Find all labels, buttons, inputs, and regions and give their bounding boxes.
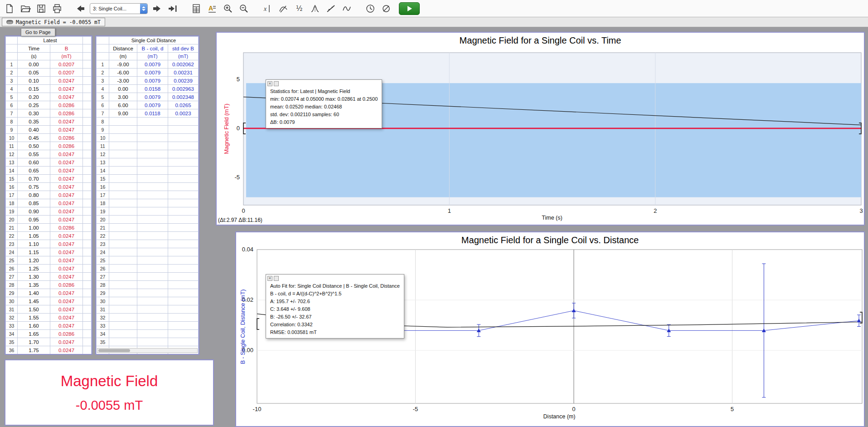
b-cell[interactable]: 0.0247 <box>50 346 83 354</box>
horizontal-scrollbar[interactable] <box>97 348 198 353</box>
stddev-cell[interactable]: 0.002963 <box>168 85 199 93</box>
b-cell[interactable]: 0.0247 <box>50 305 83 314</box>
bcoil-cell[interactable] <box>137 199 168 207</box>
time-cell[interactable]: 0.40 <box>18 126 50 134</box>
distance-cell[interactable] <box>109 305 137 314</box>
time-cell[interactable]: 0.60 <box>18 158 50 167</box>
stddev-cell[interactable] <box>168 265 199 273</box>
stddev-cell[interactable]: 0.0023 <box>168 109 199 118</box>
distance-cell[interactable] <box>109 232 137 240</box>
close-icon[interactable]: × <box>267 276 272 281</box>
bcoil-cell[interactable] <box>137 126 168 134</box>
b-cell[interactable]: 0.0247 <box>50 167 83 175</box>
distance-cell[interactable] <box>109 142 137 150</box>
stddev-cell[interactable] <box>168 150 199 158</box>
time-chart-canvas[interactable]: 012350-5 <box>217 33 864 225</box>
b-cell[interactable]: 0.0247 <box>50 183 83 191</box>
distance-cell[interactable] <box>109 289 137 297</box>
sensor-readout[interactable]: Magnetic Field = -0.0055 mT <box>2 18 105 26</box>
time-cell[interactable]: 0.35 <box>18 118 50 126</box>
save-icon[interactable] <box>34 2 48 15</box>
bcoil-cell[interactable] <box>137 265 168 273</box>
distance-cell[interactable] <box>109 207 137 216</box>
time-cell[interactable]: 1.30 <box>18 273 50 281</box>
stddev-cell[interactable] <box>168 126 199 134</box>
stddev-cell[interactable] <box>168 322 199 330</box>
auto-fit-box[interactable]: × Auto Fit for: Single Coil Distance | B… <box>266 274 404 339</box>
stddev-cell[interactable] <box>168 118 199 126</box>
b-cell[interactable]: 0.0247 <box>50 199 83 207</box>
bcoil-cell[interactable] <box>137 183 168 191</box>
b-cell[interactable]: 0.0247 <box>50 191 83 199</box>
time-cell[interactable]: 1.15 <box>18 248 50 256</box>
distance-cell[interactable] <box>109 134 137 142</box>
bcoil-cell[interactable] <box>137 191 168 199</box>
time-cell[interactable]: 0.45 <box>18 134 50 142</box>
time-cell[interactable]: 1.10 <box>18 240 50 248</box>
bcoil-cell[interactable]: 0.0079 <box>137 69 168 77</box>
bcoil-cell[interactable] <box>137 248 168 256</box>
stddev-cell[interactable] <box>168 305 199 314</box>
b-cell[interactable]: 0.0247 <box>50 85 83 93</box>
statistics-icon[interactable] <box>308 2 322 15</box>
distance-cell[interactable] <box>109 297 137 305</box>
stddev-cell[interactable] <box>168 207 199 216</box>
bcoil-cell[interactable] <box>137 273 168 281</box>
b-cell[interactable]: 0.0247 <box>50 93 83 101</box>
distance-cell[interactable] <box>109 216 137 224</box>
column-header-b[interactable]: B <box>50 44 83 53</box>
distance-cell[interactable] <box>109 273 137 281</box>
distance-cell[interactable] <box>109 240 137 248</box>
time-cell[interactable]: 0.95 <box>18 216 50 224</box>
page-dropdown[interactable]: 3: Single Coil... <box>90 3 148 14</box>
data-collection-timing-icon[interactable] <box>364 2 377 15</box>
time-cell[interactable]: 0.90 <box>18 207 50 216</box>
open-file-icon[interactable] <box>19 2 32 15</box>
zero-icon[interactable] <box>379 2 393 15</box>
magnetic-field-meter[interactable]: Magnetic Field -0.0055 mT <box>5 359 214 426</box>
bcoil-cell[interactable] <box>137 256 168 265</box>
time-cell[interactable]: 0.25 <box>18 101 50 109</box>
distance-cell[interactable] <box>109 118 137 126</box>
bcoil-cell[interactable] <box>137 207 168 216</box>
b-cell[interactable]: 0.0247 <box>50 297 83 305</box>
latest-table[interactable]: Latest TimeB (s)(mT) 10.000.020720.050.0… <box>5 36 92 354</box>
time-cell[interactable]: 1.55 <box>18 314 50 322</box>
time-cell[interactable]: 1.35 <box>18 281 50 289</box>
bcoil-cell[interactable] <box>137 216 168 224</box>
stddev-cell[interactable] <box>168 191 199 199</box>
collapse-icon[interactable] <box>274 81 279 86</box>
b-cell[interactable]: 0.0247 <box>50 77 83 85</box>
b-cell[interactable]: 0.0286 <box>50 281 83 289</box>
distance-cell[interactable] <box>109 265 137 273</box>
distance-cell[interactable] <box>109 314 137 322</box>
collect-button[interactable] <box>399 2 420 15</box>
bcoil-cell[interactable] <box>137 224 168 232</box>
stddev-cell[interactable] <box>168 183 199 191</box>
distance-cell[interactable] <box>109 158 137 167</box>
examine-icon[interactable]: x <box>261 2 274 15</box>
column-header-time[interactable]: Time <box>18 44 50 53</box>
stddev-cell[interactable] <box>168 199 199 207</box>
b-cell[interactable]: 0.0286 <box>50 224 83 232</box>
bcoil-cell[interactable] <box>137 314 168 322</box>
stddev-cell[interactable] <box>168 240 199 248</box>
time-cell[interactable]: 0.20 <box>18 93 50 101</box>
data-browser-icon[interactable] <box>189 2 203 15</box>
bcoil-cell[interactable]: 0.0158 <box>137 85 168 93</box>
curve-fit-icon[interactable] <box>340 2 354 15</box>
collapse-icon[interactable] <box>274 276 279 281</box>
distance-cell[interactable]: 6.00 <box>109 101 137 109</box>
distance-cell[interactable] <box>109 256 137 265</box>
bcoil-cell[interactable]: 0.0079 <box>137 77 168 85</box>
tangent-icon[interactable] <box>276 2 290 15</box>
interpolate-half-icon[interactable]: ½ <box>292 2 306 15</box>
bcoil-cell[interactable] <box>137 150 168 158</box>
time-cell[interactable]: 0.80 <box>18 191 50 199</box>
time-cell[interactable]: 0.75 <box>18 183 50 191</box>
close-icon[interactable]: × <box>267 81 272 86</box>
stddev-cell[interactable] <box>168 158 199 167</box>
distance-cell[interactable] <box>109 330 137 338</box>
time-cell[interactable]: 0.05 <box>18 69 50 77</box>
b-cell[interactable]: 0.0286 <box>50 142 83 150</box>
